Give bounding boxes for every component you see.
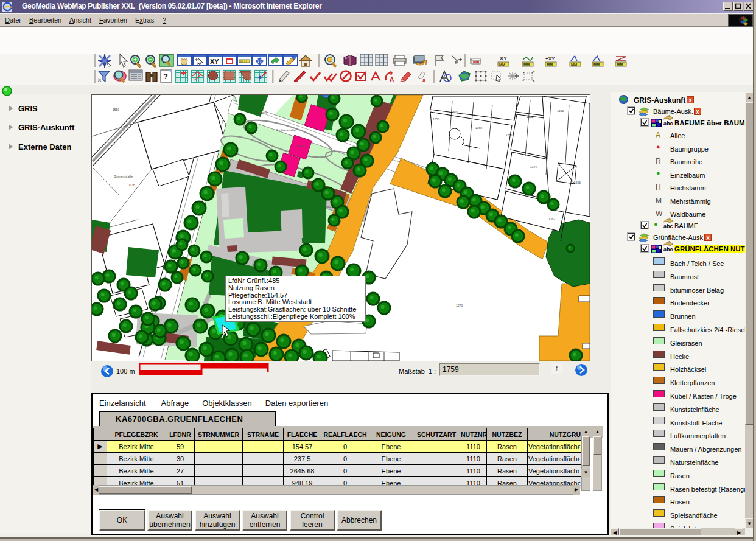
svg-text:MM: MM <box>571 63 577 66</box>
svg-text:1136: 1136 <box>128 183 135 187</box>
svg-text:1355: 1355 <box>451 110 458 114</box>
svg-text:1362: 1362 <box>548 217 555 221</box>
svg-text:x: x <box>422 77 425 83</box>
svg-text:1352: 1352 <box>527 115 533 119</box>
svg-text:1565: 1565 <box>574 181 581 184</box>
svg-text:MM: MM <box>499 63 505 66</box>
svg-text:1168/3: 1168/3 <box>257 111 267 115</box>
svg-text:+XY: +XY <box>545 56 555 61</box>
svg-text:MM: MM <box>547 63 553 66</box>
svg-text:1358: 1358 <box>433 117 439 121</box>
svg-text:1363: 1363 <box>557 109 564 113</box>
svg-text:?: ? <box>163 72 168 81</box>
svg-text:100 m: 100 m <box>116 368 135 375</box>
svg-text:1550: 1550 <box>113 108 119 111</box>
svg-text:Sophienstraße: Sophienstraße <box>276 128 296 132</box>
svg-text:1360: 1360 <box>475 126 482 130</box>
svg-text:A: A <box>390 76 394 83</box>
svg-text:MM: MM <box>617 63 623 66</box>
svg-text:XY: XY <box>500 55 507 61</box>
svg-text:Blumenstraße: Blumenstraße <box>114 175 133 178</box>
svg-text:1376: 1376 <box>456 304 463 307</box>
svg-text:1351: 1351 <box>506 133 513 137</box>
svg-text:XY: XY <box>210 58 219 65</box>
svg-text:MM: MM <box>593 63 600 66</box>
svg-text:MM: MM <box>523 63 530 66</box>
svg-text:105/31: 105/31 <box>296 144 306 148</box>
svg-text:1344: 1344 <box>530 165 537 169</box>
